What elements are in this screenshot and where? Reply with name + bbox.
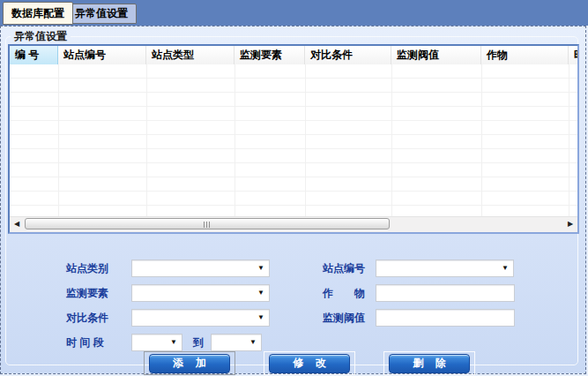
chevron-down-icon: ▼ bbox=[257, 313, 264, 321]
chevron-down-icon: ▼ bbox=[502, 264, 509, 272]
tab-abnormal-value-settings[interactable]: 异常值设置 bbox=[66, 4, 137, 24]
crop-input[interactable] bbox=[376, 284, 515, 302]
station-type-combobox[interactable]: ▼ bbox=[131, 259, 270, 277]
modify-button[interactable]: 修 改 bbox=[269, 354, 350, 373]
column-separator bbox=[305, 64, 306, 217]
column-separator bbox=[234, 64, 235, 217]
threshold-input[interactable] bbox=[376, 309, 515, 327]
station-id-label: 站点编号 bbox=[323, 259, 365, 277]
column-header-time[interactable]: 时 bbox=[569, 46, 579, 64]
delete-button-frame: 删 除 bbox=[383, 351, 475, 375]
column-separator bbox=[391, 64, 392, 217]
chevron-down-icon: ▼ bbox=[257, 289, 264, 297]
column-separator bbox=[481, 64, 482, 217]
time-range-label: 时 间 段 bbox=[66, 334, 104, 351]
compare-condition-combobox[interactable]: ▼ bbox=[131, 309, 270, 327]
scroll-left-arrow-icon[interactable]: ◀ bbox=[10, 217, 24, 231]
groupbox-title: 异常值设置 bbox=[11, 29, 71, 44]
add-button[interactable]: 添 加 bbox=[149, 354, 230, 373]
add-button-frame: 添 加 bbox=[144, 351, 235, 375]
column-header-crop[interactable]: 作物 bbox=[481, 46, 569, 64]
modify-button-frame: 修 改 bbox=[264, 351, 355, 375]
chevron-down-icon: ▼ bbox=[249, 338, 257, 346]
time-end-combobox[interactable]: ▼ bbox=[211, 334, 262, 351]
column-separator bbox=[569, 64, 569, 217]
abnormal-value-groupbox: 异常值设置 编 号 站点编号 站点类型 监测要素 对比条件 监测阀值 作物 时 bbox=[5, 29, 578, 365]
monitor-element-label: 监测要素 bbox=[66, 284, 108, 302]
column-header-condition[interactable]: 对比条件 bbox=[305, 46, 391, 64]
table-header-row: 编 号 站点编号 站点类型 监测要素 对比条件 监测阀值 作物 时 bbox=[10, 46, 577, 65]
chevron-down-icon: ▼ bbox=[170, 338, 177, 346]
column-header-threshold[interactable]: 监测阀值 bbox=[391, 46, 481, 64]
column-header-id[interactable]: 编 号 bbox=[10, 46, 58, 64]
tab-page: 异常值设置 编 号 站点编号 站点类型 监测要素 对比条件 监测阀值 作物 时 bbox=[0, 26, 586, 374]
time-to-label: 到 bbox=[193, 334, 204, 351]
column-separator bbox=[58, 64, 59, 217]
tab-database-config[interactable]: 数据库配置 bbox=[3, 2, 73, 25]
crop-label: 作 物 bbox=[323, 284, 365, 302]
monitor-element-combobox[interactable]: ▼ bbox=[131, 284, 270, 302]
abnormal-value-table[interactable]: 编 号 站点编号 站点类型 监测要素 对比条件 监测阀值 作物 时 ◀ bbox=[8, 44, 579, 234]
table-body-empty[interactable] bbox=[10, 64, 577, 217]
threshold-label: 监测阈值 bbox=[323, 309, 365, 327]
column-header-element[interactable]: 监测要素 bbox=[234, 46, 305, 64]
delete-button[interactable]: 删 除 bbox=[389, 354, 470, 373]
tab-strip: 数据库配置 异常值设置 bbox=[0, 0, 588, 26]
column-separator bbox=[146, 64, 147, 217]
station-type-label: 站点类别 bbox=[66, 259, 108, 277]
column-header-station-type[interactable]: 站点类型 bbox=[146, 46, 234, 64]
chevron-down-icon: ▼ bbox=[257, 264, 264, 272]
station-id-combobox[interactable]: ▼ bbox=[376, 259, 514, 277]
compare-condition-label: 对比条件 bbox=[66, 309, 108, 327]
horizontal-scrollbar[interactable]: ◀ ▶ bbox=[10, 216, 577, 232]
scrollbar-grip-icon bbox=[204, 222, 212, 228]
scrollbar-thumb[interactable] bbox=[25, 218, 390, 229]
time-start-combobox[interactable]: ▼ bbox=[131, 334, 182, 351]
column-header-station-id[interactable]: 站点编号 bbox=[58, 46, 146, 64]
scroll-right-arrow-icon[interactable]: ▶ bbox=[563, 217, 577, 231]
